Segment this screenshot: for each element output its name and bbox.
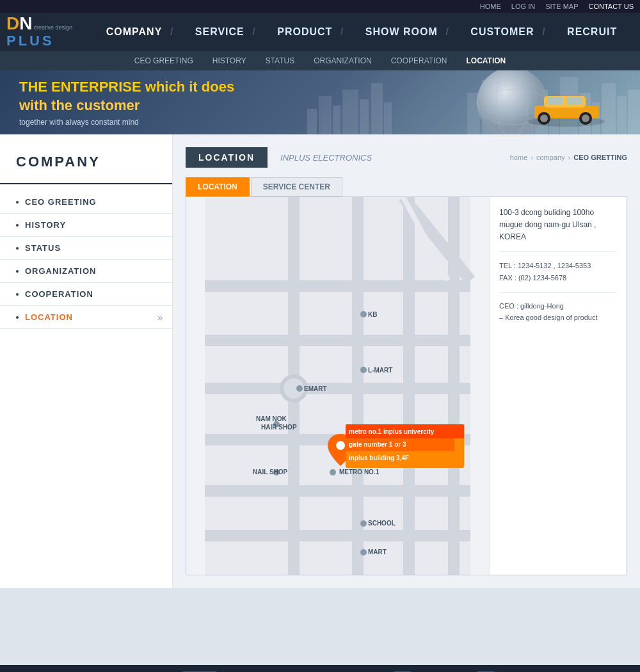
map-info-wrapper: KB L-MART EMART NAM NOK HAIR SHOP NAIL S… <box>186 196 627 575</box>
svg-text:MART: MART <box>368 548 387 556</box>
banner-title: THE ENTERPRISE which it does with the cu… <box>19 78 234 115</box>
subnav-history[interactable]: HISTORY <box>212 56 246 65</box>
subnav-location[interactable]: LOCATION <box>466 56 506 65</box>
map-svg: KB L-MART EMART NAM NOK HAIR SHOP NAIL S… <box>186 197 489 575</box>
svg-point-59 <box>330 469 336 476</box>
svg-rect-34 <box>205 280 470 292</box>
bullet-icon <box>16 293 19 296</box>
breadcrumb-current: CEO GRETTING <box>573 154 627 161</box>
svg-text:L-MART: L-MART <box>368 367 392 374</box>
svg-rect-36 <box>205 383 470 394</box>
svg-rect-18 <box>617 96 627 134</box>
breadcrumb: home › company › CEO GRETTING <box>510 154 627 161</box>
svg-rect-31 <box>547 97 563 105</box>
nav-recruit[interactable]: RECRUIT <box>561 26 623 38</box>
svg-text:NAIL SHOP: NAIL SHOP <box>253 468 288 476</box>
info-ceo: CEO : gilldong-Hong – Korea good design … <box>499 301 617 323</box>
sidebar-item-cooperation[interactable]: COOPERATION <box>0 283 172 306</box>
subnav-ceo[interactable]: CEO GREETING <box>134 56 193 65</box>
svg-rect-4 <box>360 99 369 134</box>
svg-rect-41 <box>352 197 364 575</box>
svg-point-66 <box>336 441 345 450</box>
breadcrumb-sep1: › <box>531 154 533 161</box>
nav-company[interactable]: COMPANY <box>100 26 169 38</box>
breadcrumb-company: company <box>536 154 565 161</box>
bullet-icon <box>16 316 19 319</box>
breadcrumb-home: home <box>510 154 528 161</box>
sidebar-title: COMPANY <box>0 147 172 184</box>
page-header: LOCATION INPLUS ELECTRONICS home › compa… <box>186 147 627 168</box>
tab-location[interactable]: LOCATION <box>186 177 250 196</box>
sidebar-item-history[interactable]: HISTORY <box>0 214 172 237</box>
svg-rect-0 <box>307 109 317 134</box>
svg-text:SCHOOL: SCHOOL <box>368 520 396 527</box>
sidebar-label: HISTORY <box>25 220 66 230</box>
logo-creative: creative design <box>33 24 72 31</box>
main-nav: COMPANY SERVICE PRODUCT SHOW ROOM CUSTOM… <box>90 13 634 51</box>
arrow-icon: » <box>157 312 163 323</box>
svg-text:KB: KB <box>368 311 377 318</box>
svg-text:HAIR SHOP: HAIR SHOP <box>261 424 297 431</box>
svg-rect-38 <box>205 485 470 497</box>
bullet-icon <box>16 247 19 250</box>
content-area: COMPANY CEO GREETING HISTORY STATUS ORGA… <box>0 134 640 588</box>
sidebar-item-ceo[interactable]: CEO GREETING <box>0 191 172 214</box>
svg-rect-42 <box>403 197 415 575</box>
car-icon <box>525 90 608 128</box>
svg-text:inplus building 3,4F: inplus building 3,4F <box>349 454 409 461</box>
svg-point-52 <box>296 385 303 392</box>
contact-link[interactable]: CONTACT US <box>589 3 634 10</box>
info-address: 100-3 dcong buliding 100ho mugue dong na… <box>499 207 617 252</box>
nav-product[interactable]: PRODUCT <box>271 26 339 38</box>
bullet-icon <box>16 201 19 204</box>
svg-rect-1 <box>319 96 332 134</box>
svg-point-50 <box>360 367 367 373</box>
sidebar-label: STATUS <box>25 243 61 253</box>
nav-customer[interactable]: CUSTOMER <box>464 26 540 38</box>
svg-text:gate number 1 or 3: gate number 1 or 3 <box>349 441 406 448</box>
banner: THE ENTERPRISE which it does with the cu… <box>0 70 640 134</box>
tab-service-center[interactable]: SERVICE CENTER <box>251 177 342 196</box>
nav-showroom[interactable]: SHOW ROOM <box>359 26 444 38</box>
sidebar-item-status[interactable]: STATUS <box>0 237 172 260</box>
svg-text:NAM NOK: NAM NOK <box>256 415 287 422</box>
svg-rect-2 <box>333 106 340 134</box>
svg-point-30 <box>582 115 589 122</box>
header: DN creative design PLUS COMPANY SERVICE … <box>0 13 640 51</box>
info-contact: TEL : 1234-5132 , 1234-5353 FAX : (02) 1… <box>499 260 617 294</box>
footer: copyright (c) 2010 inplus webagency. all… <box>0 665 640 672</box>
svg-point-48 <box>360 311 367 317</box>
subnav-status[interactable]: STATUS <box>266 56 295 65</box>
main-content: LOCATION INPLUS ELECTRONICS home › compa… <box>173 134 640 588</box>
svg-rect-6 <box>384 102 392 134</box>
svg-point-61 <box>360 520 367 527</box>
info-panel: 100-3 dcong buliding 100ho mugue dong na… <box>489 197 627 575</box>
svg-rect-39 <box>205 530 470 541</box>
home-link[interactable]: HOME <box>480 3 501 10</box>
sidebar-label: CEO GREETING <box>25 197 97 207</box>
logo-plus: PLUS <box>6 33 72 49</box>
nav-service[interactable]: SERVICE <box>189 26 251 38</box>
svg-rect-19 <box>628 90 640 134</box>
subnav-organization[interactable]: ORGANIZATION <box>314 56 371 65</box>
svg-rect-3 <box>342 90 358 134</box>
sidebar-item-location[interactable]: LOCATION » <box>0 306 172 329</box>
banner-text: THE ENTERPRISE which it does with the cu… <box>19 78 234 126</box>
login-link[interactable]: LOG IN <box>511 3 535 10</box>
top-bar: HOME LOG IN SITE MAP CONTACT US <box>0 0 640 13</box>
sidebar-item-organization[interactable]: ORGANIZATION <box>0 260 172 283</box>
svg-rect-35 <box>205 335 470 346</box>
logo-dn: DN <box>6 15 32 33</box>
page-subtitle: INPLUS ELECTRONICS <box>280 153 372 163</box>
svg-rect-32 <box>566 97 582 105</box>
bullet-icon <box>16 270 19 273</box>
sitemap-link[interactable]: SITE MAP <box>545 3 578 10</box>
svg-text:metro no.1 inplus univercity: metro no.1 inplus univercity <box>349 428 435 435</box>
sub-nav: CEO GREETING HISTORY STATUS ORGANIZATION… <box>0 51 640 70</box>
logo: DN creative design PLUS <box>6 15 90 49</box>
breadcrumb-sep2: › <box>568 154 571 161</box>
lower-content <box>0 588 640 665</box>
banner-subtitle: together with always constant mind <box>19 118 234 127</box>
svg-text:EMART: EMART <box>304 385 327 392</box>
subnav-cooperation[interactable]: COOPERATION <box>391 56 447 65</box>
